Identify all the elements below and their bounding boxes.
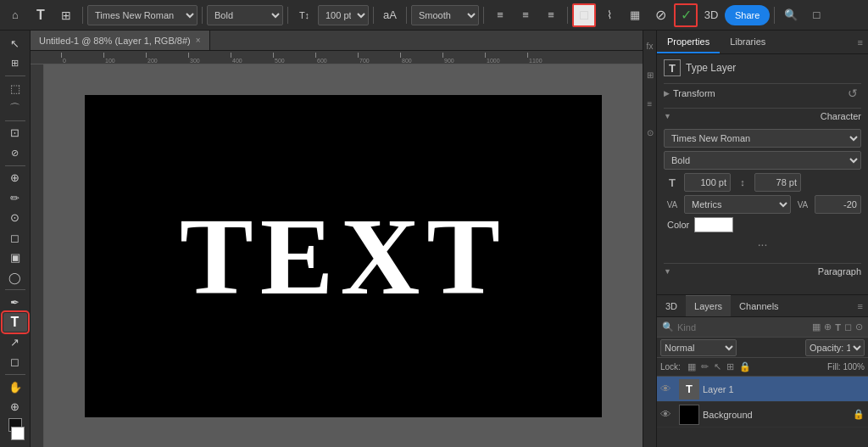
lasso-icon: ⌒: [9, 101, 20, 116]
path-select-tool[interactable]: ↗: [3, 332, 27, 352]
shape-tool[interactable]: ◻: [3, 353, 27, 372]
char-font-style-select[interactable]: Bold: [664, 151, 861, 170]
char-font-name-select[interactable]: Times New Roman: [664, 129, 861, 148]
filter-type-icon[interactable]: T: [835, 322, 841, 332]
gradient-icon: ▣: [10, 251, 20, 264]
pen-tool[interactable]: ✒: [3, 293, 27, 312]
eyedropper-tool[interactable]: ⊘: [3, 143, 27, 163]
share-label: Share: [735, 10, 760, 20]
hand-icon: ✋: [8, 381, 22, 394]
opacity-select[interactable]: Opacity: 100%: [805, 339, 865, 356]
filter-shape-icon[interactable]: ◻: [844, 321, 852, 332]
leading-field[interactable]: [754, 173, 801, 192]
search-button[interactable]: 🔍: [779, 3, 803, 27]
tab-libraries[interactable]: Libraries: [720, 31, 776, 53]
blend-mode-select[interactable]: Normal: [660, 339, 737, 356]
lock-draw-icon[interactable]: ✏: [701, 361, 709, 372]
eraser-tool[interactable]: ◻: [3, 228, 27, 248]
paragraph-section-header[interactable]: ▼ Paragraph: [664, 263, 861, 279]
gradient-tool[interactable]: ▣: [3, 248, 27, 267]
styles-button[interactable]: ≡: [644, 92, 656, 115]
lock-all-icon[interactable]: 🔒: [739, 361, 751, 372]
font-size-field[interactable]: [684, 173, 731, 192]
character-section-header[interactable]: ▼ Character: [664, 108, 861, 124]
lock-move-icon[interactable]: ↖: [714, 361, 721, 372]
layers-options-button[interactable]: ▦: [623, 3, 647, 27]
type-tool[interactable]: T: [3, 313, 27, 332]
divider-6: [483, 7, 484, 24]
filter-smart-icon[interactable]: ⊙: [855, 321, 863, 332]
color-swatch-button[interactable]: □: [572, 3, 596, 27]
clone-tool[interactable]: ⊙: [3, 208, 27, 227]
crop-tool[interactable]: ⊡: [3, 124, 27, 143]
antialiasing-select[interactable]: Smooth: [411, 5, 479, 25]
lasso-tool[interactable]: ⌒: [3, 98, 27, 118]
font-style-select[interactable]: Bold: [207, 5, 283, 25]
adjustments-button[interactable]: ⊞: [644, 63, 656, 87]
tab-layers[interactable]: Layers: [686, 295, 731, 316]
ruler-mark: 300: [188, 53, 231, 64]
brush-tool[interactable]: ✏: [3, 188, 27, 208]
lock-artboard-icon[interactable]: ⊞: [726, 361, 734, 372]
transform-section-header[interactable]: ▶ Transform ↺: [664, 83, 861, 103]
panel-menu-button[interactable]: ≡: [853, 31, 868, 53]
warp-button[interactable]: ⌇: [598, 3, 621, 27]
layer1-visibility-icon[interactable]: 👁: [660, 383, 676, 395]
healing-icon: ⊕: [10, 171, 19, 184]
background-color[interactable]: [11, 427, 25, 440]
move-tool[interactable]: ↖: [3, 34, 27, 53]
layers-menu-button[interactable]: ≡: [853, 301, 868, 311]
layers-search-input[interactable]: [677, 322, 809, 332]
transform-button[interactable]: ⊞: [54, 3, 78, 27]
transform-reset-button[interactable]: ↺: [848, 87, 858, 100]
threed-button[interactable]: 3D: [699, 3, 723, 27]
commit-icon: ✓: [681, 7, 692, 23]
zoom-tool[interactable]: ⊕: [3, 397, 27, 416]
transform-icon: ⊞: [61, 8, 71, 22]
bg-visibility-icon[interactable]: 👁: [660, 408, 676, 421]
tab-3d[interactable]: 3D: [657, 295, 686, 316]
align-center-button[interactable]: ≡: [514, 3, 537, 27]
path-select-icon: ↗: [10, 336, 19, 349]
fx-button[interactable]: fx: [644, 34, 656, 58]
rect-select-tool[interactable]: ⬚: [3, 79, 27, 98]
layer-item-layer1[interactable]: 👁 T Layer 1: [657, 377, 868, 402]
hand-tool[interactable]: ✋: [3, 377, 27, 397]
tracking-select[interactable]: Metrics: [684, 195, 791, 214]
home-button[interactable]: ⌂: [3, 3, 27, 27]
ruler-mark: 500: [273, 53, 315, 64]
cancel-button[interactable]: ⊘: [648, 3, 672, 27]
more-button[interactable]: □: [804, 3, 828, 27]
filter-pixel-icon[interactable]: ▦: [812, 321, 821, 332]
artboard-tool[interactable]: ⊞: [3, 54, 27, 74]
color-swatch[interactable]: [694, 217, 733, 232]
align-left-button[interactable]: ≡: [488, 3, 512, 27]
tab-channels[interactable]: Channels: [731, 295, 787, 316]
font-name-select[interactable]: Times New Roman: [87, 5, 198, 25]
tab-properties[interactable]: Properties: [657, 31, 720, 53]
font-style-row: Bold: [664, 151, 861, 170]
ruler-mark: 600: [315, 53, 358, 64]
tool-divider-4: [5, 289, 25, 290]
kerning-field[interactable]: [815, 195, 861, 214]
char-more-button[interactable]: ···: [664, 236, 861, 253]
libraries-side-button[interactable]: ⊙: [644, 120, 656, 144]
font-size-icon-button[interactable]: T↕: [292, 3, 316, 27]
canvas-document[interactable]: TEXT: [44, 64, 643, 447]
font-size-select[interactable]: 100 pt: [318, 5, 369, 25]
fill-section: Fill: 100%: [827, 362, 865, 372]
dodge-tool[interactable]: ◯: [3, 268, 27, 288]
case-button[interactable]: aA: [378, 3, 402, 27]
type-tool-button[interactable]: T: [29, 3, 53, 27]
align-right-button[interactable]: ≡: [539, 3, 563, 27]
healing-tool[interactable]: ⊕: [3, 168, 27, 187]
filter-adjust-icon[interactable]: ⊕: [824, 321, 832, 332]
ruler-mark: 1100: [527, 53, 570, 64]
tool-divider-3: [5, 165, 25, 166]
share-button[interactable]: Share: [725, 5, 770, 25]
divider-3: [287, 7, 288, 24]
layer-item-background[interactable]: 👁 Background 🔒: [657, 402, 868, 427]
lock-pixel-icon[interactable]: ▦: [687, 361, 696, 372]
canvas-tab-close[interactable]: ×: [196, 36, 201, 45]
commit-button[interactable]: ✓: [674, 3, 698, 27]
